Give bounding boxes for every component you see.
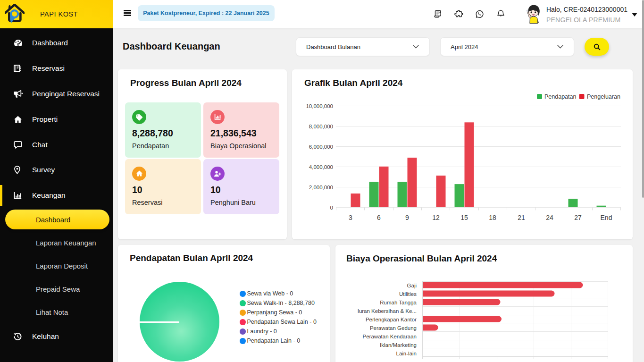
svg-text:Pendapatan: Pendapatan [544, 93, 576, 100]
svg-text:15: 15 [460, 214, 468, 221]
svg-text:Pengeluaran: Pengeluaran [587, 93, 620, 100]
svg-text:3: 3 [349, 214, 352, 221]
svg-text:End: End [601, 214, 612, 221]
svg-text:2,000,000: 2,000,000 [309, 185, 333, 190]
svg-text:Perawatan Kendaraan: Perawatan Kendaraan [363, 334, 417, 339]
svg-text:Gaji: Gaji [407, 283, 417, 288]
svg-text:6: 6 [377, 214, 381, 221]
svg-text:Rumah Tangga: Rumah Tangga [380, 300, 417, 305]
svg-text:24: 24 [546, 214, 553, 221]
svg-text:Iklan/Marketing: Iklan/Marketing [380, 342, 417, 348]
svg-text:12: 12 [432, 214, 440, 221]
svg-text:0: 0 [330, 205, 333, 210]
svg-text:6,000,000: 6,000,000 [309, 144, 333, 150]
svg-text:8,000,000: 8,000,000 [309, 124, 333, 129]
svg-text:21: 21 [518, 214, 525, 221]
svg-text:10,000,000: 10,000,000 [306, 103, 333, 109]
svg-text:18: 18 [489, 214, 496, 221]
svg-text:4,000,000: 4,000,000 [309, 164, 333, 170]
svg-text:Lain-lain: Lain-lain [396, 351, 417, 356]
svg-text:9: 9 [405, 214, 409, 221]
svg-text:Perawatan Gedung: Perawatan Gedung [370, 325, 417, 331]
svg-text:Perlengkapan Kantor: Perlengkapan Kantor [366, 317, 417, 322]
svg-text:Utilities: Utilities [399, 291, 417, 297]
svg-text:27: 27 [574, 214, 582, 221]
svg-text:Iuran Kebersihan & Ke...: Iuran Kebersihan & Ke... [358, 308, 417, 314]
